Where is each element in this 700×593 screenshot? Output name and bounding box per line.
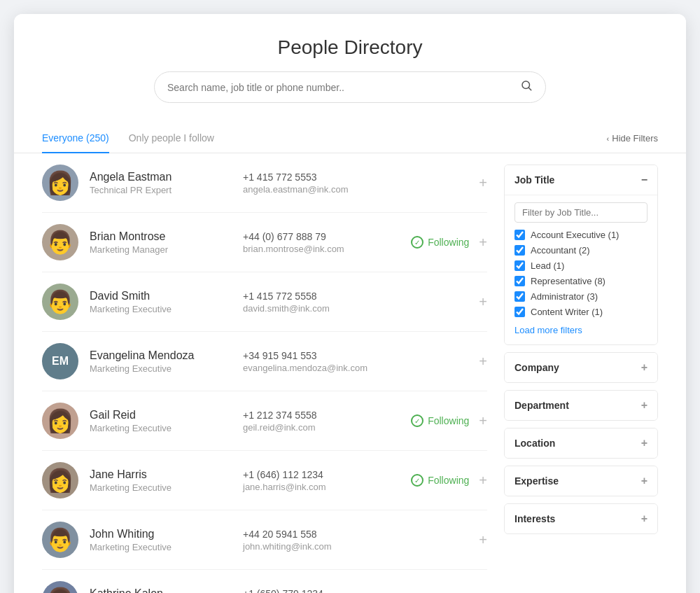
tab-following[interactable]: Only people I follow	[129, 124, 214, 153]
main-content: 👩 Angela Eastman Technical PR Expert +1 …	[14, 153, 686, 593]
filter-option: Content Writer (1)	[514, 307, 648, 317]
hide-filters-button[interactable]: ‹ Hide Filters	[607, 133, 658, 144]
people-list: 👩 Angela Eastman Technical PR Expert +1 …	[42, 153, 487, 593]
filter-checkbox[interactable]	[514, 260, 525, 271]
following-badge[interactable]: ✓ Following	[411, 474, 469, 487]
avatar: 👨	[42, 284, 78, 320]
table-row: 👨 David Smith Marketing Executive +1 415…	[42, 272, 487, 332]
job-title-filter-body: Account Executive (1) Accountant (2) Lea…	[505, 195, 657, 344]
tab-everyone[interactable]: Everyone (250)	[42, 124, 109, 153]
person-job-title: Marketing Executive	[90, 423, 232, 433]
filter-checkbox[interactable]	[514, 230, 525, 240]
following-badge[interactable]: ✓ Following	[411, 414, 469, 427]
person-contact: +1 415 772 5558 david.smith@ink.com	[243, 291, 385, 314]
add-person-button[interactable]: +	[479, 533, 487, 547]
check-icon: ✓	[411, 474, 424, 487]
person-info: John Whiting Marketing Executive	[90, 528, 232, 552]
person-phone: +1 415 772 5558	[243, 291, 385, 302]
filter-section-header[interactable]: Company +	[505, 353, 657, 382]
person-contact: +1 (646) 112 1234 jane.harris@ink.com	[243, 469, 385, 492]
person-info: Jane Harris Marketing Executive	[90, 468, 232, 493]
person-phone: +1 (650) 779 1234	[243, 588, 385, 594]
following-label: Following	[428, 475, 469, 486]
person-email: brian.montrose@ink.com	[243, 244, 385, 254]
filter-option: Lead (1)	[514, 260, 648, 271]
person-job-title: Marketing Manager	[90, 244, 232, 255]
tabs-bar: Everyone (250) Only people I follow ‹ Hi…	[14, 124, 686, 153]
person-phone: +1 (646) 112 1234	[243, 469, 385, 480]
person-actions: +	[396, 354, 487, 368]
filter-section-header[interactable]: Interests +	[505, 504, 657, 533]
filter-section-label: Department	[514, 400, 569, 411]
minus-icon: −	[641, 174, 648, 186]
filter-section-header[interactable]: Location +	[505, 428, 657, 458]
person-actions: ✓ Following +	[396, 414, 487, 428]
search-bar[interactable]	[154, 71, 546, 103]
person-actions: ✓ Following +	[396, 235, 487, 249]
filter-option-label: Content Writer (1)	[531, 307, 603, 317]
person-phone: +34 915 941 553	[243, 350, 385, 361]
filter-section-label: Expertise	[514, 475, 559, 487]
collapsed-filter-section: Company +	[504, 352, 658, 383]
avatar: 👨	[42, 522, 78, 558]
filter-option-label: Administrator (3)	[531, 291, 598, 302]
add-person-button[interactable]: +	[479, 414, 487, 428]
filter-checkbox[interactable]	[514, 307, 525, 317]
person-phone: +44 (0) 677 888 79	[243, 231, 385, 242]
svg-line-1	[528, 88, 531, 90]
filter-section-header[interactable]: Expertise +	[505, 466, 657, 496]
add-person-button[interactable]: +	[479, 354, 487, 368]
app-container: People Directory Everyone (250) Only peo…	[14, 14, 686, 593]
following-label: Following	[428, 415, 469, 426]
person-phone: +44 20 5941 558	[243, 529, 385, 540]
avatar: 👩	[42, 403, 78, 439]
search-input[interactable]	[167, 82, 520, 93]
check-icon: ✓	[411, 236, 424, 249]
plus-icon: +	[641, 512, 648, 525]
plus-icon: +	[641, 437, 648, 449]
collapsed-filter-sections: Company + Department + Location + Expert…	[504, 352, 658, 534]
add-person-button[interactable]: +	[479, 176, 487, 190]
filter-option: Administrator (3)	[514, 291, 648, 302]
avatar: EM	[42, 343, 78, 379]
job-title-search-input[interactable]	[514, 202, 648, 223]
filter-section-label: Company	[514, 362, 559, 373]
filter-option: Account Executive (1)	[514, 230, 648, 240]
person-name: Jane Harris	[90, 468, 232, 481]
filter-checkbox[interactable]	[514, 291, 525, 302]
sidebar-filters: Job Title − Account Executive (1) Accoun…	[504, 153, 658, 593]
add-person-button[interactable]: +	[479, 295, 487, 309]
person-contact: +34 915 941 553 evangelina.mendoza@ink.c…	[243, 350, 385, 373]
person-job-title: Marketing Executive	[90, 482, 232, 493]
person-info: Angela Eastman Technical PR Expert	[90, 171, 232, 195]
person-name: Gail Reid	[90, 409, 232, 421]
job-title-filter-header[interactable]: Job Title −	[505, 165, 657, 195]
person-name: Kathrine Kalen	[90, 587, 232, 594]
person-contact: +44 (0) 677 888 79 brian.montrose@ink.co…	[243, 231, 385, 254]
load-more-filters-link[interactable]: Load more filters	[514, 325, 582, 335]
following-badge[interactable]: ✓ Following	[411, 236, 469, 249]
plus-icon: +	[641, 361, 648, 374]
person-actions: +	[396, 533, 487, 547]
person-job-title: Technical PR Expert	[90, 185, 232, 195]
avatar: 👩	[42, 581, 78, 593]
filter-option-label: Representative (8)	[531, 276, 606, 286]
collapsed-filter-section: Interests +	[504, 503, 658, 534]
add-person-button[interactable]: +	[479, 235, 487, 249]
add-person-button[interactable]: +	[479, 473, 487, 487]
tabs-left: Everyone (250) Only people I follow	[42, 124, 214, 153]
person-name: Evangelina Mendoza	[90, 349, 232, 362]
filter-checkbox[interactable]	[514, 276, 525, 286]
filter-checkbox[interactable]	[514, 245, 525, 256]
chevron-left-icon: ‹	[607, 134, 610, 143]
table-row: 👩 Gail Reid Marketing Executive +1 212 3…	[42, 391, 487, 451]
filter-section-header[interactable]: Department +	[505, 391, 657, 420]
collapsed-filter-section: Department +	[504, 390, 658, 421]
person-email: evangelina.mendoza@ink.com	[243, 363, 385, 373]
filter-option-label: Account Executive (1)	[531, 230, 619, 240]
table-row: 👨 Brian Montrose Marketing Manager +44 (…	[42, 213, 487, 272]
table-row: 👨 John Whiting Marketing Executive +44 2…	[42, 510, 487, 570]
table-row: 👩 Jane Harris Marketing Executive +1 (64…	[42, 451, 487, 510]
person-email: geil.reid@ink.com	[243, 422, 385, 433]
collapsed-filter-section: Expertise +	[504, 466, 658, 496]
